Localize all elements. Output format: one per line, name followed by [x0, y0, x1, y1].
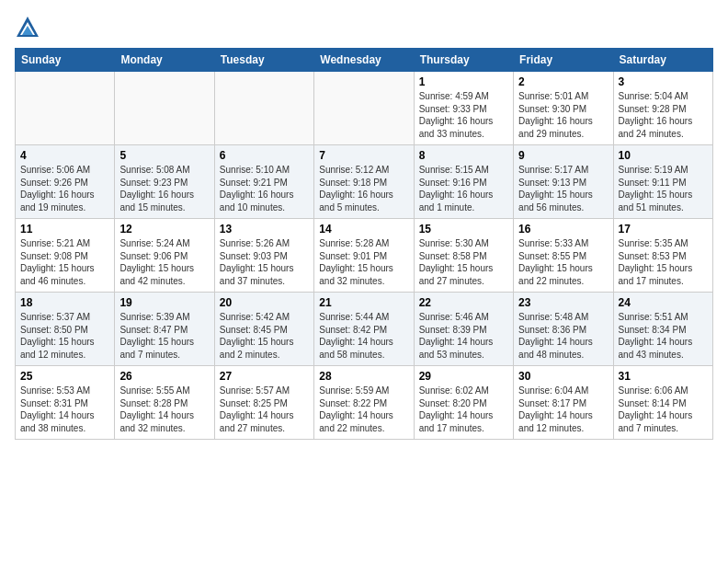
day-cell [214, 72, 313, 145]
day-info: Sunrise: 5:01 AM Sunset: 9:30 PM Dayligh… [518, 90, 608, 140]
logo [15, 15, 44, 40]
day-cell: 20Sunrise: 5:42 AM Sunset: 8:45 PM Dayli… [214, 293, 313, 366]
day-info: Sunrise: 5:57 AM Sunset: 8:25 PM Dayligh… [220, 385, 309, 434]
day-info: Sunrise: 5:04 AM Sunset: 9:28 PM Dayligh… [619, 90, 708, 140]
day-info: Sunrise: 5:21 AM Sunset: 9:08 PM Dayligh… [20, 237, 109, 287]
day-cell: 23Sunrise: 5:48 AM Sunset: 8:36 PM Dayli… [514, 293, 613, 366]
day-info: Sunrise: 5:28 AM Sunset: 9:01 PM Dayligh… [319, 237, 408, 287]
day-cell [314, 72, 414, 145]
day-info: Sunrise: 5:17 AM Sunset: 9:13 PM Dayligh… [518, 164, 608, 213]
day-cell: 9Sunrise: 5:17 AM Sunset: 9:13 PM Daylig… [514, 145, 613, 219]
day-cell: 28Sunrise: 5:59 AM Sunset: 8:22 PM Dayli… [314, 366, 414, 440]
day-info: Sunrise: 5:33 AM Sunset: 8:55 PM Dayligh… [518, 237, 608, 287]
day-info: Sunrise: 5:51 AM Sunset: 8:34 PM Dayligh… [619, 311, 708, 361]
day-number: 1 [419, 75, 508, 88]
day-info: Sunrise: 5:08 AM Sunset: 9:23 PM Dayligh… [119, 164, 209, 213]
day-number: 20 [220, 296, 309, 309]
day-number: 13 [220, 223, 309, 236]
day-cell: 26Sunrise: 5:55 AM Sunset: 8:28 PM Dayli… [115, 366, 214, 440]
day-cell: 21Sunrise: 5:44 AM Sunset: 8:42 PM Dayli… [314, 293, 414, 366]
day-info: Sunrise: 5:37 AM Sunset: 8:50 PM Dayligh… [20, 311, 109, 361]
day-cell: 30Sunrise: 6:04 AM Sunset: 8:17 PM Dayli… [514, 366, 613, 440]
col-header-sunday: Sunday [16, 49, 115, 72]
day-cell: 31Sunrise: 6:06 AM Sunset: 8:14 PM Dayli… [613, 366, 712, 440]
day-info: Sunrise: 5:48 AM Sunset: 8:36 PM Dayligh… [518, 311, 608, 361]
col-header-tuesday: Tuesday [214, 49, 313, 72]
col-header-friday: Friday [514, 49, 613, 72]
day-info: Sunrise: 5:55 AM Sunset: 8:28 PM Dayligh… [119, 385, 209, 434]
day-number: 6 [220, 149, 309, 162]
col-header-thursday: Thursday [414, 49, 513, 72]
day-info: Sunrise: 5:42 AM Sunset: 8:45 PM Dayligh… [220, 311, 309, 361]
week-row-4: 18Sunrise: 5:37 AM Sunset: 8:50 PM Dayli… [16, 293, 713, 366]
day-number: 9 [518, 149, 608, 162]
day-cell: 19Sunrise: 5:39 AM Sunset: 8:47 PM Dayli… [115, 293, 214, 366]
day-cell: 7Sunrise: 5:12 AM Sunset: 9:18 PM Daylig… [314, 145, 414, 219]
day-cell: 10Sunrise: 5:19 AM Sunset: 9:11 PM Dayli… [613, 145, 712, 219]
day-number: 15 [419, 223, 508, 236]
calendar-table: SundayMondayTuesdayWednesdayThursdayFrid… [15, 48, 713, 440]
day-number: 11 [20, 223, 109, 236]
day-cell: 15Sunrise: 5:30 AM Sunset: 8:58 PM Dayli… [414, 219, 513, 293]
col-header-wednesday: Wednesday [314, 49, 414, 72]
day-number: 3 [619, 75, 708, 88]
week-row-3: 11Sunrise: 5:21 AM Sunset: 9:08 PM Dayli… [16, 219, 713, 293]
day-number: 14 [319, 223, 408, 236]
logo-icon [15, 15, 40, 40]
day-number: 18 [20, 296, 109, 309]
day-number: 16 [518, 223, 608, 236]
day-number: 7 [319, 149, 408, 162]
day-cell: 24Sunrise: 5:51 AM Sunset: 8:34 PM Dayli… [613, 293, 712, 366]
day-info: Sunrise: 5:15 AM Sunset: 9:16 PM Dayligh… [419, 164, 508, 213]
day-info: Sunrise: 5:06 AM Sunset: 9:26 PM Dayligh… [20, 164, 109, 213]
day-cell: 4Sunrise: 5:06 AM Sunset: 9:26 PM Daylig… [16, 145, 115, 219]
day-number: 21 [319, 296, 408, 309]
day-number: 5 [119, 149, 209, 162]
day-cell: 5Sunrise: 5:08 AM Sunset: 9:23 PM Daylig… [115, 145, 214, 219]
day-info: Sunrise: 5:35 AM Sunset: 8:53 PM Dayligh… [619, 237, 708, 287]
day-info: Sunrise: 5:12 AM Sunset: 9:18 PM Dayligh… [319, 164, 408, 213]
day-info: Sunrise: 5:24 AM Sunset: 9:06 PM Dayligh… [119, 237, 209, 287]
day-cell: 1Sunrise: 4:59 AM Sunset: 9:33 PM Daylig… [414, 72, 513, 145]
day-info: Sunrise: 5:26 AM Sunset: 9:03 PM Dayligh… [220, 237, 309, 287]
day-cell: 3Sunrise: 5:04 AM Sunset: 9:28 PM Daylig… [613, 72, 712, 145]
day-cell: 16Sunrise: 5:33 AM Sunset: 8:55 PM Dayli… [514, 219, 613, 293]
day-number: 19 [119, 296, 209, 309]
day-cell: 14Sunrise: 5:28 AM Sunset: 9:01 PM Dayli… [314, 219, 414, 293]
day-number: 31 [619, 370, 708, 383]
day-cell: 6Sunrise: 5:10 AM Sunset: 9:21 PM Daylig… [214, 145, 313, 219]
day-number: 8 [419, 149, 508, 162]
week-row-1: 1Sunrise: 4:59 AM Sunset: 9:33 PM Daylig… [16, 72, 713, 145]
day-number: 4 [20, 149, 109, 162]
day-number: 27 [220, 370, 309, 383]
day-info: Sunrise: 5:39 AM Sunset: 8:47 PM Dayligh… [119, 311, 209, 361]
day-cell: 12Sunrise: 5:24 AM Sunset: 9:06 PM Dayli… [115, 219, 214, 293]
day-info: Sunrise: 6:06 AM Sunset: 8:14 PM Dayligh… [619, 385, 708, 434]
day-cell: 27Sunrise: 5:57 AM Sunset: 8:25 PM Dayli… [214, 366, 313, 440]
day-info: Sunrise: 5:53 AM Sunset: 8:31 PM Dayligh… [20, 385, 109, 434]
day-number: 30 [518, 370, 608, 383]
calendar-header-row: SundayMondayTuesdayWednesdayThursdayFrid… [16, 49, 713, 72]
day-info: Sunrise: 5:19 AM Sunset: 9:11 PM Dayligh… [619, 164, 708, 213]
day-number: 28 [319, 370, 408, 383]
week-row-2: 4Sunrise: 5:06 AM Sunset: 9:26 PM Daylig… [16, 145, 713, 219]
day-info: Sunrise: 5:46 AM Sunset: 8:39 PM Dayligh… [419, 311, 508, 361]
day-cell: 29Sunrise: 6:02 AM Sunset: 8:20 PM Dayli… [414, 366, 513, 440]
day-info: Sunrise: 4:59 AM Sunset: 9:33 PM Dayligh… [419, 90, 508, 140]
day-number: 23 [518, 296, 608, 309]
day-number: 2 [518, 75, 608, 88]
week-row-5: 25Sunrise: 5:53 AM Sunset: 8:31 PM Dayli… [16, 366, 713, 440]
day-cell [16, 72, 115, 145]
day-cell: 8Sunrise: 5:15 AM Sunset: 9:16 PM Daylig… [414, 145, 513, 219]
day-cell: 17Sunrise: 5:35 AM Sunset: 8:53 PM Dayli… [613, 219, 712, 293]
day-info: Sunrise: 5:59 AM Sunset: 8:22 PM Dayligh… [319, 385, 408, 434]
day-number: 24 [619, 296, 708, 309]
day-info: Sunrise: 6:04 AM Sunset: 8:17 PM Dayligh… [518, 385, 608, 434]
day-number: 25 [20, 370, 109, 383]
day-number: 26 [119, 370, 209, 383]
day-info: Sunrise: 5:10 AM Sunset: 9:21 PM Dayligh… [220, 164, 309, 213]
col-header-monday: Monday [115, 49, 214, 72]
day-info: Sunrise: 5:44 AM Sunset: 8:42 PM Dayligh… [319, 311, 408, 361]
day-number: 10 [619, 149, 708, 162]
day-number: 29 [419, 370, 508, 383]
